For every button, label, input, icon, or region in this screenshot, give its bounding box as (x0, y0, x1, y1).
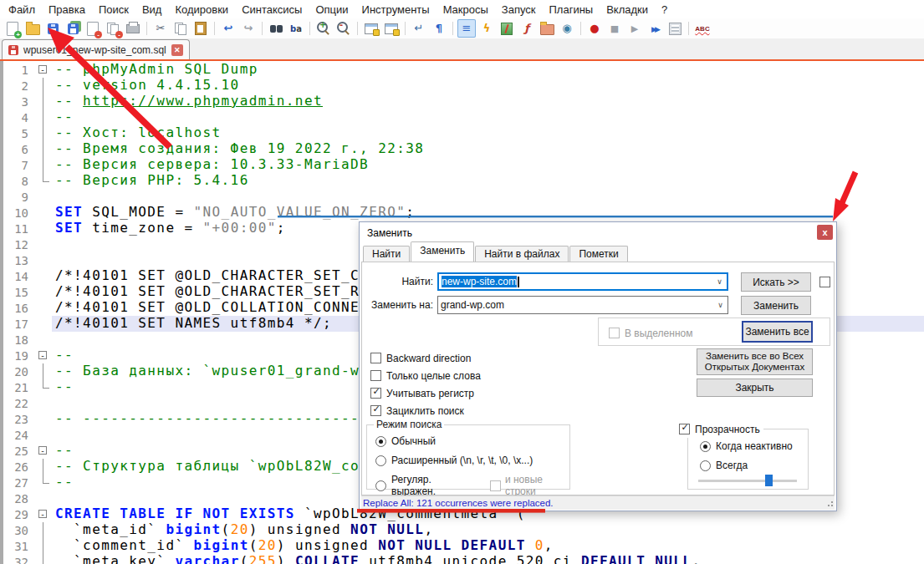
option-checkbox[interactable]: Backward direction (370, 349, 481, 367)
option-checkbox[interactable]: Зациклить поиск (370, 402, 481, 419)
find-next-button[interactable]: Искать >> (741, 272, 811, 292)
code-text[interactable]: `meta_key` varchar(255) COLLATE utf8mb4_… (52, 554, 924, 564)
line-number[interactable]: 22 (0, 397, 35, 410)
line-number[interactable]: 28 (0, 492, 35, 506)
code-text[interactable]: -- Хост: localhost (52, 125, 924, 141)
line-number[interactable]: 21 (0, 381, 35, 394)
fold-collapse-icon[interactable]: - (38, 351, 47, 359)
dialog-tab-item[interactable]: Найти в файлах (475, 246, 569, 262)
folder-as-workspace-button[interactable] (538, 19, 556, 38)
line-number[interactable]: 2 (0, 79, 35, 93)
replace-button[interactable]: Заменить (741, 296, 811, 315)
document-script-button[interactable]: ƒ (518, 19, 536, 38)
fold-margin[interactable]: - (35, 348, 52, 363)
menu-item[interactable]: Синтаксисы (235, 3, 309, 16)
menu-item[interactable]: ? (655, 3, 674, 16)
code-text[interactable]: -- Версия PHP: 5.4.16 (52, 173, 924, 189)
macro-save-button[interactable] (666, 19, 684, 38)
line-number[interactable]: 11 (0, 222, 35, 236)
line-number[interactable]: 23 (0, 413, 35, 426)
line-number[interactable]: 14 (0, 270, 35, 283)
line-number[interactable]: 6 (0, 143, 35, 156)
macro-stop-button[interactable]: ■ (605, 19, 624, 38)
transparency-radio[interactable]: Всегда (700, 460, 748, 471)
menu-item[interactable]: Поиск (92, 3, 135, 16)
line-number[interactable]: 18 (0, 333, 35, 347)
close-file-button[interactable]: - (84, 19, 102, 38)
indent-guides-button[interactable]: ≡ (457, 19, 476, 38)
macro-play-button[interactable]: ▶ (625, 19, 644, 38)
line-number[interactable]: 17 (0, 318, 35, 331)
line-number[interactable]: 16 (0, 302, 35, 315)
code-text[interactable]: SET SQL_MODE = "NO_AUTO_VALUE_ON_ZERO"; (52, 205, 924, 221)
line-number[interactable]: 32 (0, 556, 35, 564)
macro-record-button[interactable]: ● (585, 19, 604, 38)
sync-scroll-horizontal-button[interactable] (382, 19, 401, 38)
search-mode-radio[interactable]: Обычный (375, 435, 436, 447)
function-shortcut-button[interactable]: ϟ (477, 19, 496, 38)
line-number[interactable]: 24 (0, 429, 35, 442)
close-button[interactable]: Закрыть (697, 379, 813, 397)
line-number[interactable]: 10 (0, 206, 35, 220)
sync-scroll-vertical-button[interactable] (362, 19, 380, 38)
macro-run-multiple-button[interactable]: ▶▶ (646, 19, 664, 38)
menu-item[interactable]: Вид (135, 3, 169, 16)
option-checkbox[interactable]: Только целые слова (370, 367, 481, 384)
line-number[interactable]: 7 (0, 159, 35, 172)
paste-button[interactable] (191, 19, 210, 38)
chevron-down-icon[interactable]: ∨ (712, 274, 727, 289)
fold-collapse-icon[interactable]: - (38, 446, 47, 455)
document-map-button[interactable] (498, 19, 516, 38)
fold-collapse-icon[interactable]: - (38, 510, 47, 518)
zoom-in-button[interactable]: + (314, 19, 333, 38)
file-tab[interactable]: wpuser01_new-wp-site_com.sql (2, 39, 190, 59)
code-text[interactable]: -- https://www.phpmyadmin.net (52, 94, 924, 109)
code-text[interactable]: -- (52, 109, 924, 125)
resize-grip[interactable] (826, 501, 833, 508)
menu-item[interactable]: Макросы (436, 3, 495, 16)
replace-with-input[interactable]: grand-wp.com ∨ (437, 296, 728, 314)
line-number[interactable]: 3 (0, 95, 35, 109)
code-text[interactable] (52, 189, 924, 205)
line-number[interactable]: 19 (0, 349, 35, 363)
dialog-tab-item[interactable]: Пометки (569, 246, 627, 262)
code-text[interactable]: -- version 4.4.15.10 (52, 78, 924, 94)
open-file-button[interactable] (23, 19, 42, 38)
search-mode-radio[interactable]: Регуляр. выражен.и новые строки (375, 474, 569, 497)
line-number[interactable]: 12 (0, 238, 35, 252)
show-all-characters-button[interactable]: ¶ (430, 19, 448, 38)
transparency-checkbox[interactable]: Прозрачность (679, 420, 763, 438)
replace-all-open-docs-button[interactable]: Заменить все во Всех Открытых Документах (697, 348, 813, 375)
transparency-radio[interactable]: Когда неактивно (700, 440, 793, 452)
line-number[interactable]: 4 (0, 111, 35, 124)
line-number[interactable]: 5 (0, 127, 35, 140)
menu-item[interactable]: Инструменты (355, 3, 436, 16)
fold-margin[interactable]: - (35, 506, 52, 522)
line-number[interactable]: 30 (0, 524, 35, 537)
swap-direction-checkbox[interactable] (819, 277, 830, 287)
option-checkbox[interactable]: Учитывать регистр (370, 384, 481, 402)
line-number[interactable]: 13 (0, 254, 35, 267)
line-number[interactable]: 26 (0, 460, 35, 474)
code-text[interactable]: `meta_id` bigint(20) unsigned NOT NULL, (52, 522, 924, 538)
code-text[interactable]: `comment_id` bigint(20) unsigned NOT NUL… (52, 538, 924, 554)
fold-margin[interactable]: - (35, 443, 52, 459)
find-button[interactable] (267, 19, 285, 38)
close-all-button[interactable]: - (104, 19, 122, 38)
line-number[interactable]: 29 (0, 508, 35, 521)
menu-item[interactable]: Запуск (495, 3, 543, 16)
word-wrap-button[interactable]: ↵ (410, 19, 428, 38)
code-text[interactable]: -- Версия сервера: 10.3.33-MariaDB (52, 157, 924, 173)
menu-item[interactable]: Опции (309, 3, 355, 16)
code-text[interactable]: -- phpMyAdmin SQL Dump (52, 62, 924, 78)
redo-button[interactable]: ↪ (239, 19, 258, 38)
in-selection-checkbox[interactable]: В выделенном (609, 324, 692, 342)
fold-margin[interactable]: - (35, 62, 52, 78)
dialog-tab-item[interactable]: Найти (363, 246, 410, 262)
undo-button[interactable]: ↩ (219, 19, 237, 38)
menu-item[interactable]: Вкладки (600, 3, 655, 16)
menu-item[interactable]: Плагины (543, 3, 600, 16)
zoom-out-button[interactable]: - (334, 19, 353, 38)
new-file-button[interactable]: + (3, 19, 22, 38)
line-number[interactable]: 8 (0, 175, 35, 188)
